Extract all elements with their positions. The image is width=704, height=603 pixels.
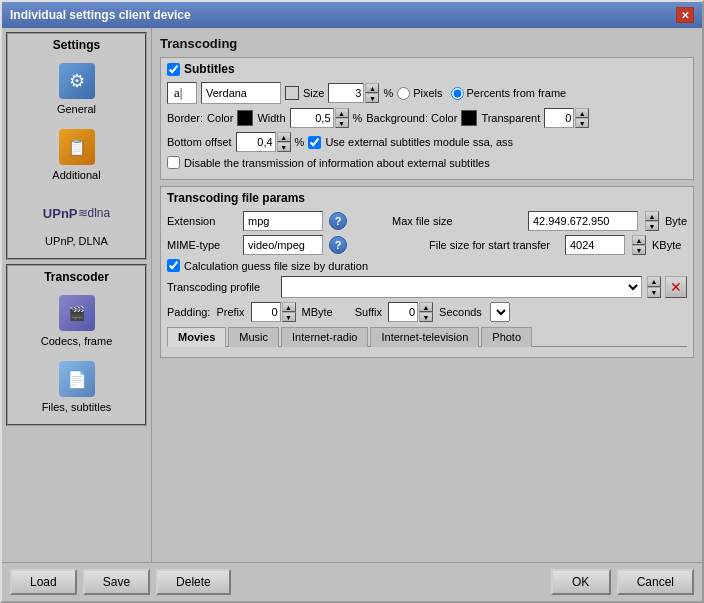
sidebar-item-files[interactable]: 📄 Files, subtitles (12, 354, 141, 418)
size-mode-radio: Pixels Percents from frame (397, 87, 566, 100)
profile-clear-btn[interactable]: ✕ (665, 276, 687, 298)
bg-color-box[interactable] (461, 110, 477, 126)
font-name-box[interactable]: Verdana (201, 82, 281, 104)
sidebar-item-codecs[interactable]: 🎬 Codecs, frame (12, 288, 141, 352)
bottom-bar: Load Save Delete OK Cancel (2, 562, 702, 601)
percents-option[interactable]: Percents from frame (451, 87, 567, 100)
max-file-up[interactable]: ▲ (645, 211, 659, 221)
extension-input[interactable] (243, 211, 323, 231)
seconds-select[interactable] (490, 302, 510, 322)
border-row: Border: Color Width ▲ ▼ % Background: Co… (167, 108, 687, 128)
main-content: Transcoding Subtitles a| Verdana Size 3 (152, 28, 702, 562)
max-file-input[interactable] (528, 211, 638, 231)
color-label: Color (207, 112, 233, 124)
size-input[interactable]: 3 (328, 83, 364, 103)
tab-bar: Movies Music Internet-radio Internet-tel… (167, 326, 687, 347)
seconds-label: Seconds (439, 306, 482, 318)
ok-button[interactable]: OK (551, 569, 611, 595)
additional-label: Additional (52, 169, 100, 181)
kbyte-label: KByte (652, 239, 681, 251)
transparent-input[interactable] (544, 108, 574, 128)
width-up-btn[interactable]: ▲ (335, 108, 349, 118)
close-button[interactable]: ✕ (676, 7, 694, 23)
width-input[interactable] (290, 108, 334, 128)
calc-guess-label: Calculation guess file size by duration (184, 260, 368, 272)
suffix-down[interactable]: ▼ (419, 312, 433, 322)
offset-up-btn[interactable]: ▲ (277, 132, 291, 142)
tab-photo[interactable]: Photo (481, 327, 532, 347)
start-transfer-down[interactable]: ▼ (632, 245, 646, 255)
use-external-checkbox[interactable] (308, 136, 321, 149)
max-file-down[interactable]: ▼ (645, 221, 659, 231)
tab-music[interactable]: Music (228, 327, 279, 347)
title-bar: Individual settings client device ✕ (2, 2, 702, 28)
transparent-label: Transparent (481, 112, 540, 124)
size-up-btn[interactable]: ▲ (365, 83, 379, 93)
prefix-spinbox: ▲ ▼ (251, 302, 296, 322)
codecs-label: Codecs, frame (41, 335, 113, 347)
mime-input[interactable] (243, 235, 323, 255)
start-transfer-input[interactable] (565, 235, 625, 255)
prefix-label: Prefix (216, 306, 244, 318)
settings-group: Settings ⚙ General 📋 Additional UPnP (6, 32, 147, 260)
offset-row: Bottom offset ▲ ▼ % Use external subtitl… (167, 132, 687, 152)
offset-pct: % (295, 136, 305, 148)
subtitles-group: Subtitles a| Verdana Size 3 ▲ ▼ % (160, 57, 694, 180)
prefix-input[interactable] (251, 302, 281, 322)
pixels-option[interactable]: Pixels (397, 87, 442, 100)
mime-row: MIME-type ? (167, 235, 425, 255)
profile-label: Transcoding profile (167, 281, 277, 293)
offset-down-btn[interactable]: ▼ (277, 142, 291, 152)
subtitles-header: Subtitles (167, 62, 687, 76)
file-params-group: Transcoding file params Extension ? Max … (160, 186, 694, 358)
profile-down[interactable]: ▼ (647, 287, 661, 298)
tab-movies[interactable]: Movies (167, 327, 226, 347)
main-window: Individual settings client device ✕ Sett… (0, 0, 704, 603)
prefix-down[interactable]: ▼ (282, 312, 296, 322)
disable-checkbox[interactable] (167, 156, 180, 169)
size-down-btn[interactable]: ▼ (365, 93, 379, 103)
profile-row: Transcoding profile ▲ ▼ ✕ (167, 276, 687, 298)
disable-label: Disable the transmission of information … (184, 157, 490, 169)
settings-group-title: Settings (12, 38, 141, 52)
start-transfer-row: File size for start transfer ▲ ▼ KByte (429, 235, 687, 255)
offset-label: Bottom offset (167, 136, 232, 148)
width-down-btn[interactable]: ▼ (335, 118, 349, 128)
offset-input[interactable] (236, 132, 276, 152)
start-transfer-up[interactable]: ▲ (632, 235, 646, 245)
font-color-box[interactable] (285, 86, 299, 100)
tab-internet-radio[interactable]: Internet-radio (281, 327, 368, 347)
transcoder-group-title: Transcoder (12, 270, 141, 284)
sidebar-item-upnp[interactable]: UPnP ≋dlna UPnP, DLNA (12, 188, 141, 252)
sidebar-item-general[interactable]: ⚙ General (12, 56, 141, 120)
mime-help-btn[interactable]: ? (329, 236, 347, 254)
byte-label: Byte (665, 215, 687, 227)
tab-internet-television[interactable]: Internet-television (370, 327, 479, 347)
calc-guess-checkbox[interactable] (167, 259, 180, 272)
delete-button[interactable]: Delete (156, 569, 231, 595)
padding-label: Padding: (167, 306, 210, 318)
mbyte-label: MByte (302, 306, 333, 318)
prefix-up[interactable]: ▲ (282, 302, 296, 312)
suffix-input[interactable] (388, 302, 418, 322)
transparent-up-btn[interactable]: ▲ (575, 108, 589, 118)
sidebar-item-additional[interactable]: 📋 Additional (12, 122, 141, 186)
files-icon: 📄 (57, 359, 97, 399)
transcoder-group: Transcoder 🎬 Codecs, frame 📄 Files, subt… (6, 264, 147, 426)
extension-help-btn[interactable]: ? (329, 212, 347, 230)
profile-select[interactable] (281, 276, 642, 298)
extension-label: Extension (167, 215, 237, 227)
load-button[interactable]: Load (10, 569, 77, 595)
upnp-dlna-label: UPnP, DLNA (45, 235, 108, 247)
profile-up[interactable]: ▲ (647, 276, 661, 287)
font-row: a| Verdana Size 3 ▲ ▼ % (167, 82, 687, 104)
transparent-down-btn[interactable]: ▼ (575, 118, 589, 128)
save-button[interactable]: Save (83, 569, 150, 595)
suffix-up[interactable]: ▲ (419, 302, 433, 312)
subtitles-checkbox[interactable] (167, 63, 180, 76)
offset-spinbox: ▲ ▼ (236, 132, 291, 152)
border-color-box[interactable] (237, 110, 253, 126)
cancel-button[interactable]: Cancel (617, 569, 694, 595)
width-pct: % (353, 112, 363, 124)
border-label: Border: (167, 112, 203, 124)
